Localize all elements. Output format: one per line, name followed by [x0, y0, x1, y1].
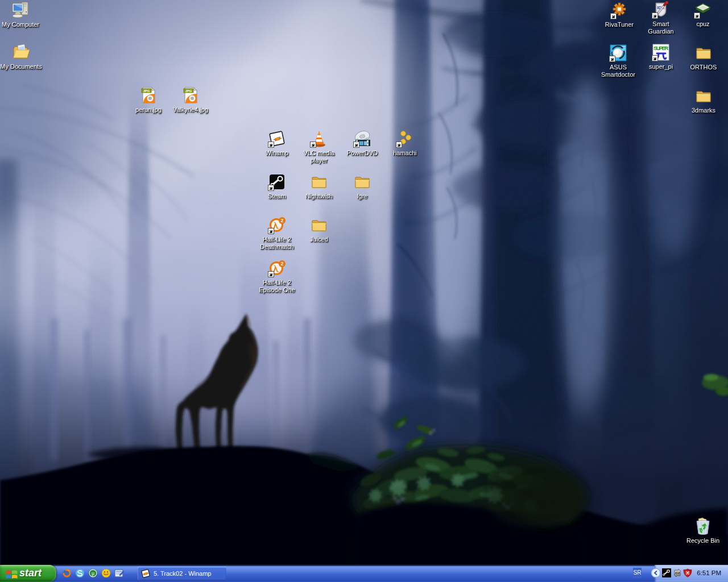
svg-text:JPG: JPG [185, 89, 192, 93]
svg-text:JPG: JPG [143, 89, 150, 93]
svg-text:2: 2 [280, 218, 283, 223]
svg-text:μ: μ [92, 570, 94, 576]
svg-text:2: 2 [280, 261, 283, 267]
svg-text:SUPER: SUPER [653, 45, 668, 51]
